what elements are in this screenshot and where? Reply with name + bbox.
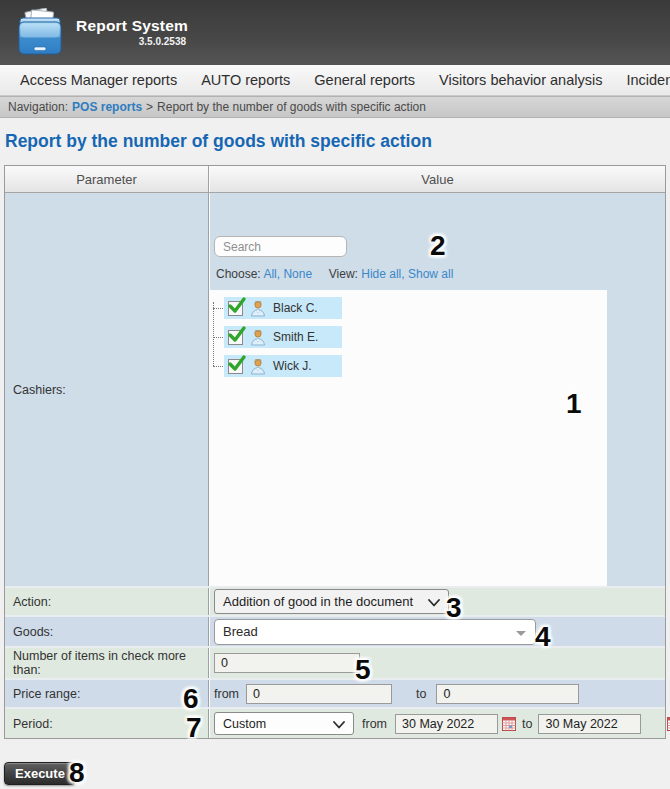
price-to-label: to: [416, 687, 426, 701]
items-count-input[interactable]: [214, 653, 360, 673]
cashiers-links-line: Choose: All, None View: Hide all, Show a…: [216, 267, 453, 281]
view-hide-all-link[interactable]: Hide all: [361, 267, 401, 281]
app-title-block: Report System 3.5.0.2538: [76, 17, 188, 47]
tree-connector-line: [213, 302, 214, 366]
row-items-count: Number of items in check more than:: [5, 648, 665, 680]
calendar-icon[interactable]: [502, 717, 516, 731]
period-preset-value: Custom: [223, 717, 266, 731]
breadcrumb-link-pos-reports[interactable]: POS reports: [72, 100, 142, 114]
price-from-input[interactable]: [246, 684, 392, 704]
row-action: Action: Addition of good in the document: [5, 588, 665, 617]
report-system-app: Report System 3.5.0.2538 Access Manager …: [0, 0, 670, 789]
price-to-input[interactable]: [436, 684, 579, 704]
row-goods: Goods: Bread: [5, 617, 665, 648]
action-label: Action:: [5, 588, 209, 615]
column-header-parameter: Parameter: [5, 166, 209, 192]
folder-icon: [16, 8, 64, 58]
cashier-item-black-c[interactable]: Black C.: [224, 297, 342, 319]
comma: ,: [401, 267, 404, 281]
cashiers-value-cell: Choose: All, None View: Hide all, Show a…: [209, 193, 665, 586]
view-show-all-link[interactable]: Show all: [408, 267, 453, 281]
period-label: Period:: [5, 709, 209, 738]
action-selected-value: Addition of good in the document: [223, 594, 413, 609]
price-from-label: from: [214, 687, 239, 701]
report-parameters-table: Parameter Value Cashiers: Choose: All, N…: [4, 165, 666, 739]
view-label: View:: [329, 267, 358, 281]
goods-selected-value: Bread: [223, 624, 258, 639]
period-from-label: from: [362, 717, 387, 731]
row-cashiers: Cashiers: Choose: All, None View: Hide a…: [5, 193, 665, 588]
menu-access-manager-reports[interactable]: Access Manager reports: [8, 72, 189, 88]
cashier-item-wick-j[interactable]: Wick J.: [224, 355, 342, 377]
goods-label: Goods:: [5, 617, 209, 646]
breadcrumb-prefix: Navigation:: [8, 100, 68, 114]
checkbox-checked-icon[interactable]: [228, 301, 243, 316]
cashiers-search-input[interactable]: [214, 236, 347, 257]
choose-all-link[interactable]: All: [263, 267, 276, 281]
cashiers-listbox: Black C.: [209, 290, 607, 586]
menu-visitors-behavior-analysis[interactable]: Visitors behavior analysis: [427, 72, 614, 88]
menu-incident[interactable]: Incident: [614, 72, 670, 88]
cashier-name: Wick J.: [273, 359, 312, 373]
top-menu: Access Manager reports AUTO reports Gene…: [0, 65, 670, 96]
cashier-item-smith-e[interactable]: Smith E.: [224, 326, 342, 348]
choose-label: Choose:: [216, 267, 261, 281]
period-preset-select[interactable]: Custom: [214, 712, 354, 735]
goods-combobox[interactable]: Bread: [214, 619, 536, 645]
items-count-label: Number of items in check more than:: [5, 648, 209, 678]
triangle-down-icon: [516, 631, 526, 636]
chevron-down-icon: [333, 721, 345, 729]
action-select[interactable]: Addition of good in the document: [214, 589, 449, 614]
row-period: Period: Custom from: [5, 709, 665, 738]
page-title: Report by the number of goods with speci…: [5, 131, 670, 152]
chevron-down-icon: [428, 599, 440, 607]
cashier-name: Black C.: [273, 301, 318, 315]
menu-auto-reports[interactable]: AUTO reports: [189, 72, 302, 88]
checkbox-checked-icon[interactable]: [228, 359, 243, 374]
app-header: Report System 3.5.0.2538: [0, 0, 670, 65]
app-title: Report System: [76, 17, 188, 35]
cashier-name: Smith E.: [273, 330, 318, 344]
price-range-label: Price range:: [5, 680, 209, 707]
breadcrumb: Navigation: POS reports > Report by the …: [0, 96, 670, 118]
cashiers-label: Cashiers:: [5, 193, 209, 586]
menu-general-reports[interactable]: General reports: [302, 72, 427, 88]
period-to-date-input[interactable]: [538, 714, 641, 734]
choose-none-link[interactable]: None: [283, 267, 312, 281]
person-icon: [250, 358, 266, 375]
period-to-label: to: [522, 717, 532, 731]
row-price-range: Price range: from to: [5, 680, 665, 709]
period-from-date-input[interactable]: [395, 714, 498, 734]
person-icon: [250, 300, 266, 317]
table-header-row: Parameter Value: [5, 166, 665, 193]
execute-button[interactable]: Execute: [4, 762, 76, 785]
checkbox-checked-icon[interactable]: [228, 330, 243, 345]
column-header-value: Value: [209, 166, 665, 192]
breadcrumb-separator: >: [146, 100, 153, 114]
app-version: 3.5.0.2538: [76, 36, 188, 47]
person-icon: [250, 329, 266, 346]
comma: ,: [277, 267, 280, 281]
breadcrumb-current: Report by the number of goods with speci…: [157, 100, 426, 114]
